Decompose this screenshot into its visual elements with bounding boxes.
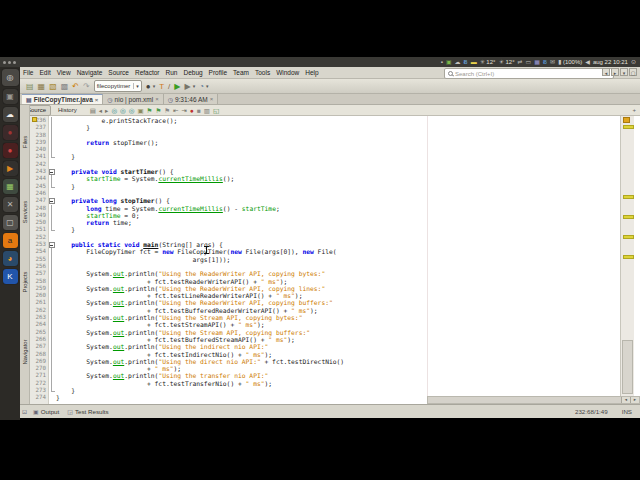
code-line-248[interactable]: 248 long time = System.currentTimeMillis… — [30, 205, 590, 212]
new-project-button[interactable]: ▦ — [38, 80, 46, 93]
indicator-bluetooth[interactable]: Ƀ — [464, 57, 468, 67]
launcher-icon-calculator[interactable]: ▦ — [3, 179, 18, 194]
project-combobox[interactable]: filecopytimer▾ — [94, 80, 142, 92]
warning-stripe-mark[interactable] — [623, 125, 634, 129]
code-line-247[interactable]: 247 private long stopTimer() { — [30, 197, 590, 204]
window-tab-navigator[interactable]: Navigator — [20, 321, 29, 385]
vertical-scrollbar-thumb[interactable] — [622, 340, 633, 394]
warning-stripe-mark[interactable] — [623, 195, 634, 199]
start-macro-recording-button[interactable]: ● — [190, 106, 194, 115]
code-line-246[interactable]: 246 — [30, 190, 590, 197]
code-line-269[interactable]: 269 System.out.println("Using the direct… — [30, 358, 590, 365]
indicator-session[interactable]: ⊙ — [631, 57, 636, 67]
launcher-icon-amazon[interactable]: a — [3, 233, 18, 248]
code-line-242[interactable]: 242 — [30, 161, 590, 168]
uncomment-button[interactable]: ◱ — [213, 106, 219, 115]
toggle-highlight-search-button[interactable]: ▣ — [137, 106, 143, 115]
code-line-270[interactable]: 270 + " ms"); — [30, 365, 590, 372]
code-fold-toggle-icon[interactable] — [48, 197, 56, 204]
previous-bookmark-button[interactable]: ⚑ — [147, 106, 153, 115]
scroll-left-button[interactable]: ◂ — [621, 397, 630, 403]
new-file-button[interactable]: ▤ — [26, 80, 34, 93]
code-editor[interactable]: 236 e.printStackTrace();237 }238239 retu… — [30, 116, 640, 404]
window-tab-test-results[interactable]: ◲Test Results — [63, 408, 112, 415]
code-line-258[interactable]: 258 + fct.testReaderWriterAPI() + " ms")… — [30, 278, 590, 285]
menu-file[interactable]: File — [20, 69, 36, 76]
clean-and-build-dropdown-icon[interactable]: ▾ — [153, 83, 156, 89]
debug-project-button[interactable]: ▶ — [185, 80, 191, 93]
launcher-icon-cloud-app[interactable]: ☁ — [3, 107, 18, 122]
debug-project-dropdown-icon[interactable]: ▾ — [193, 83, 196, 89]
shift-line-left-button[interactable]: ⇤ — [173, 106, 178, 115]
indicator-display[interactable]: ▭ — [526, 57, 532, 67]
code-fold-toggle-icon[interactable] — [48, 168, 56, 175]
last-edit-location-button[interactable]: ▤ — [90, 106, 96, 115]
menu-window[interactable]: Window — [273, 69, 302, 76]
close-tab-icon[interactable]: × — [155, 96, 159, 102]
launcher-icon-video-player[interactable]: ▶ — [3, 161, 18, 176]
indicator-sensor-fan[interactable]: ✳ 12° — [480, 57, 496, 67]
indicator-app[interactable]: ▪ — [441, 57, 443, 67]
code-line-256[interactable]: 256 — [30, 263, 590, 270]
indicator-bluetooth-2[interactable]: Ƀ — [543, 57, 547, 67]
menu-help[interactable]: Help — [302, 69, 321, 76]
code-line-239[interactable]: 239 return stopTimer(); — [30, 139, 590, 146]
undo-button[interactable]: ↶ — [72, 80, 79, 93]
menu-refactor[interactable]: Refactor — [132, 69, 163, 76]
code-line-254[interactable]: 254 FileCopyTimer fct = new FileCopyTime… — [30, 248, 590, 255]
code-line-273[interactable]: 273 } — [30, 387, 590, 394]
indicator-battery[interactable]: ▮ (100%) — [558, 57, 582, 67]
tab-list-dropdown-button[interactable]: ▾ — [620, 68, 628, 76]
indicator-mail[interactable]: ✉ — [550, 57, 555, 67]
code-line-271[interactable]: 271 System.out.println("Using the transf… — [30, 372, 590, 379]
window-tab-services[interactable]: Services — [20, 181, 29, 245]
next-bookmark-button[interactable]: ⚑ — [155, 106, 161, 115]
error-stripe[interactable] — [620, 116, 634, 396]
tab-filecopytimer[interactable]: ▤FileCopyTimer.java× — [22, 94, 103, 104]
menu-team[interactable]: Team — [230, 69, 252, 76]
code-line-237[interactable]: 237 } — [30, 124, 590, 131]
warning-stripe-mark[interactable] — [623, 235, 634, 239]
indicator-weather[interactable]: ☁ — [455, 57, 461, 67]
code-fold-toggle-icon[interactable] — [48, 241, 56, 248]
code-line-243[interactable]: 243 private void startTimer() { — [30, 168, 590, 175]
file-warnings-status-icon[interactable] — [623, 117, 630, 123]
code-line-267[interactable]: 267 System.out.println("Using the indire… — [30, 343, 590, 350]
scroll-right-button[interactable]: ▸ — [630, 397, 639, 403]
warning-annotation-icon[interactable] — [32, 117, 37, 122]
launcher-icon-firefox[interactable]: ◕ — [3, 251, 18, 266]
quick-search-input[interactable]: Search (Ctrl+I) — [444, 68, 614, 79]
menu-view[interactable]: View — [54, 69, 74, 76]
code-line-252[interactable]: 252 — [30, 234, 590, 241]
combo-dropdown-icon[interactable]: ▾ — [133, 83, 139, 89]
editor-errors-icon[interactable]: + — [632, 107, 636, 113]
indicator-sensor-sun[interactable]: ☀ 12° — [498, 57, 514, 67]
code-line-255[interactable]: 255 args[1])); — [30, 256, 590, 263]
window-tab-files[interactable]: Files — [20, 111, 29, 175]
comment-button[interactable]: ▥ — [204, 106, 210, 115]
code-line-259[interactable]: 259 System.out.println("Using the Reader… — [30, 285, 590, 292]
close-tab-icon[interactable]: × — [95, 97, 99, 103]
run-project-button[interactable]: ▶ — [174, 80, 180, 93]
find-previous-occurrence-button[interactable]: ◎ — [120, 106, 126, 115]
code-line-241[interactable]: 241 } — [30, 153, 590, 160]
clock[interactable]: aug 22 10:21 — [593, 59, 628, 65]
indicator-status-yellow[interactable]: ▬ — [471, 57, 477, 67]
back-button[interactable]: ◂ — [99, 106, 102, 115]
profile-project-dropdown-icon[interactable]: ▾ — [206, 83, 209, 89]
warning-stripe-mark[interactable] — [623, 215, 634, 219]
launcher-icon-screenshot-app[interactable]: ▣ — [3, 89, 18, 104]
open-project-button[interactable]: ▧ — [49, 80, 57, 93]
tab-pom[interactable]: ◷nio | pom.xml× — [103, 94, 163, 104]
window-tab-projects[interactable]: Projects — [20, 251, 29, 315]
indicator-user[interactable]: ▣ — [446, 57, 452, 67]
window-control-dots[interactable] — [3, 61, 16, 64]
history-view-button[interactable]: History — [53, 105, 82, 116]
launcher-icon-dash-home[interactable]: ◎ — [2, 69, 19, 86]
code-line-257[interactable]: 257 System.out.println("Using the Reader… — [30, 270, 590, 277]
launcher-icon-archive-app[interactable]: ▢ — [3, 215, 18, 230]
code-line-266[interactable]: 266 + fct.testBufferedStreamAPI() + " ms… — [30, 336, 590, 343]
indicator-workspaces[interactable]: ▦ — [534, 57, 540, 67]
toggle-bookmark-button[interactable]: ⚑ — [164, 106, 170, 115]
launcher-icon-media-app-dark[interactable]: ● — [3, 125, 18, 140]
